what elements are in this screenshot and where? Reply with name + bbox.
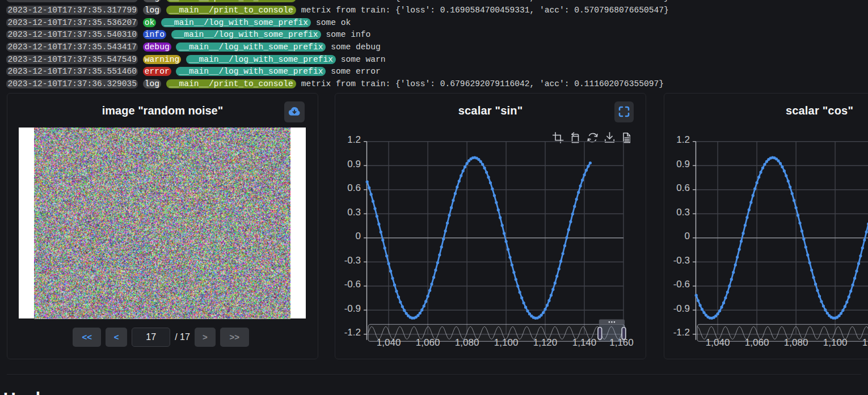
svg-text:1,080: 1,080 [784, 337, 808, 348]
svg-text:1,100: 1,100 [823, 337, 848, 348]
svg-text:-1.2: -1.2 [673, 327, 690, 338]
svg-text:1,100: 1,100 [494, 337, 519, 348]
svg-text:-0.3: -0.3 [673, 255, 690, 266]
svg-text:1,060: 1,060 [416, 337, 440, 348]
svg-text:1.2: 1.2 [347, 134, 361, 145]
svg-text:0.6: 0.6 [347, 182, 361, 193]
svg-text:1,080: 1,080 [455, 337, 479, 348]
svg-text:1.2: 1.2 [676, 134, 690, 145]
svg-text:-0.9: -0.9 [673, 303, 690, 314]
svg-text:-0.9: -0.9 [344, 303, 361, 314]
svg-text:0.9: 0.9 [676, 159, 690, 169]
svg-text:0: 0 [356, 231, 361, 241]
svg-text:-1.2: -1.2 [344, 327, 361, 338]
svg-text:0.3: 0.3 [676, 207, 690, 218]
svg-text:0: 0 [685, 231, 690, 241]
svg-text:0.6: 0.6 [676, 182, 690, 193]
svg-text:-0.6: -0.6 [673, 279, 690, 290]
svg-text:0.3: 0.3 [347, 207, 361, 218]
svg-text:1,140: 1,140 [572, 337, 597, 348]
svg-text:1,120: 1,120 [533, 337, 558, 348]
svg-text:0.9: 0.9 [347, 159, 361, 169]
svg-text:1,120: 1,120 [862, 337, 868, 348]
svg-text:1,160: 1,160 [609, 337, 634, 348]
svg-text:1,060: 1,060 [745, 337, 769, 348]
svg-text:-0.3: -0.3 [344, 255, 361, 266]
svg-text:1,040: 1,040 [706, 337, 730, 348]
svg-text:-0.6: -0.6 [344, 279, 361, 290]
svg-text:1,040: 1,040 [377, 337, 401, 348]
